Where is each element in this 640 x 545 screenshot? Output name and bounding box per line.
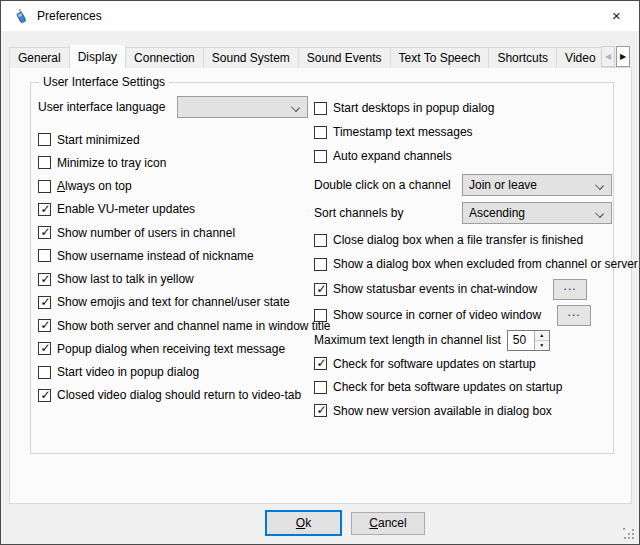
max-text-length-label: Maximum text length in channel list [314,333,501,347]
checkbox-box: ✓ [38,296,51,309]
max-text-length-value[interactable]: 50 [508,331,534,350]
checkbox-excluded-dialog[interactable]: Show a dialog box when excluded from cha… [314,252,626,276]
right-column: Start desktops in popup dialog Timestamp… [314,96,626,423]
preferences-dialog: Preferences × General Display Connection… [0,0,640,545]
sort-channels-label: Sort channels by [314,206,462,220]
spin-down-icon: ▼ [539,342,544,348]
checkbox-box: ✓ [38,342,51,355]
tab-scroll-right-button[interactable]: ▶ [616,46,630,67]
checkbox-box [314,150,327,163]
check-icon: ✓ [315,282,328,297]
checkbox-new-version-dialog[interactable]: ✓ Show new version available in dialog b… [314,399,626,423]
ok-button[interactable]: Ok [265,510,342,536]
check-icon: ✓ [39,341,52,356]
title-bar: Preferences × [1,1,639,31]
spin-up-icon: ▲ [539,332,544,338]
app-icon [13,8,29,24]
display-tab-page: User Interface Settings User interface l… [9,67,632,504]
close-button[interactable]: × [594,1,639,30]
check-icon: ✓ [39,388,52,403]
checkbox-show-user-count[interactable]: ✓ Show number of users in channel [38,221,310,244]
checkbox-box [314,258,327,271]
checkbox-box: ✓ [314,404,327,417]
checkbox-statusbar-events[interactable]: ✓ Show statusbar events in chat-window .… [314,276,626,302]
tab-sound-events[interactable]: Sound Events [298,47,391,68]
chevron-down-icon [595,181,604,190]
window-title: Preferences [37,9,102,23]
video-source-options-button[interactable]: ... [557,305,591,326]
checkbox-box: ✓ [38,319,51,332]
checkbox-server-channel-title[interactable]: ✓ Show both server and channel name in w… [38,314,310,337]
checkbox-minimize-to-tray[interactable]: Minimize to tray icon [38,151,310,174]
checkbox-show-username[interactable]: Show username instead of nickname [38,244,310,267]
check-icon: ✓ [315,403,328,418]
checkbox-box [38,133,51,146]
sort-channels-combobox[interactable]: Ascending [462,202,612,224]
checkbox-desktops-popup[interactable]: Start desktops in popup dialog [314,96,626,120]
chevron-down-icon [595,209,604,218]
arrow-left-icon: ◀ [605,52,611,61]
checkbox-box: ✓ [38,273,51,286]
spin-up-button[interactable]: ▲ [535,331,549,341]
checkbox-vu-meter-updates[interactable]: ✓ Enable VU-meter updates [38,198,310,221]
checkbox-box: ✓ [38,226,51,239]
chevron-down-icon [291,103,300,112]
tab-bar: General Display Connection Sound System … [9,45,601,68]
check-icon: ✓ [39,318,52,333]
checkbox-show-emojis[interactable]: ✓ Show emojis and text for channel/user … [38,291,310,314]
checkbox-box [314,309,327,322]
checkbox-box [314,102,327,115]
checkbox-check-beta-updates[interactable]: Check for beta software updates on start… [314,376,626,400]
checkbox-video-popup[interactable]: Start video in popup dialog [38,361,310,384]
group-title: User Interface Settings [39,75,169,89]
tab-general[interactable]: General [9,47,70,68]
left-column: User interface language Start minimized … [38,96,310,407]
spin-down-button[interactable]: ▼ [535,341,549,350]
checkbox-timestamp-messages[interactable]: Timestamp text messages [314,120,626,144]
check-icon: ✓ [39,202,52,217]
close-icon: × [612,7,621,24]
checkbox-box [314,234,327,247]
tab-video[interactable]: Video [556,47,601,68]
check-icon: ✓ [315,356,328,371]
double-click-label: Double click on a channel [314,178,462,192]
language-combobox[interactable] [177,96,308,118]
double-click-combobox[interactable]: Join or leave [462,174,612,196]
checkbox-box: ✓ [38,389,51,402]
checkbox-start-minimized[interactable]: Start minimized [38,128,310,151]
tab-connection[interactable]: Connection [125,47,204,68]
checkbox-box: ✓ [314,283,327,296]
checkbox-always-on-top[interactable]: Always on top [38,175,310,198]
checkbox-box: ✓ [314,357,327,370]
checkbox-box [38,249,51,262]
resize-grip[interactable] [623,528,635,540]
check-icon: ✓ [39,295,52,310]
statusbar-events-options-button[interactable]: ... [553,279,587,300]
checkbox-check-updates[interactable]: ✓ Check for software updates on startup [314,352,626,376]
checkbox-auto-expand[interactable]: Auto expand channels [314,144,626,168]
checkbox-box: ✓ [38,203,51,216]
tab-shortcuts[interactable]: Shortcuts [488,47,557,68]
checkbox-last-to-talk[interactable]: ✓ Show last to talk in yellow [38,268,310,291]
check-icon: ✓ [39,272,52,287]
arrow-right-icon: ▶ [620,52,626,61]
tab-text-to-speech[interactable]: Text To Speech [390,47,490,68]
tab-sound-system[interactable]: Sound System [203,47,299,68]
checkbox-closed-video-return[interactable]: ✓ Closed video dialog should return to v… [38,384,310,407]
checkbox-box [38,156,51,169]
checkbox-box [314,381,327,394]
checkbox-video-source-corner[interactable]: Show source in corner of video window ..… [314,302,626,328]
spin-buttons: ▲ ▼ [534,331,549,350]
checkbox-box [38,180,51,193]
checkbox-popup-text-message[interactable]: ✓ Popup dialog when receiving text messa… [38,337,310,360]
checkbox-close-on-transfer[interactable]: Close dialog box when a file transfer is… [314,228,626,252]
tab-display[interactable]: Display [69,45,126,68]
tab-scroll-left-button: ◀ [601,46,615,67]
cancel-button[interactable]: Cancel [351,512,425,535]
language-label: User interface language [38,100,165,114]
checkbox-box [314,126,327,139]
check-icon: ✓ [39,225,52,240]
max-text-length-spinbox: 50 ▲ ▼ [507,330,550,351]
checkbox-box [38,366,51,379]
